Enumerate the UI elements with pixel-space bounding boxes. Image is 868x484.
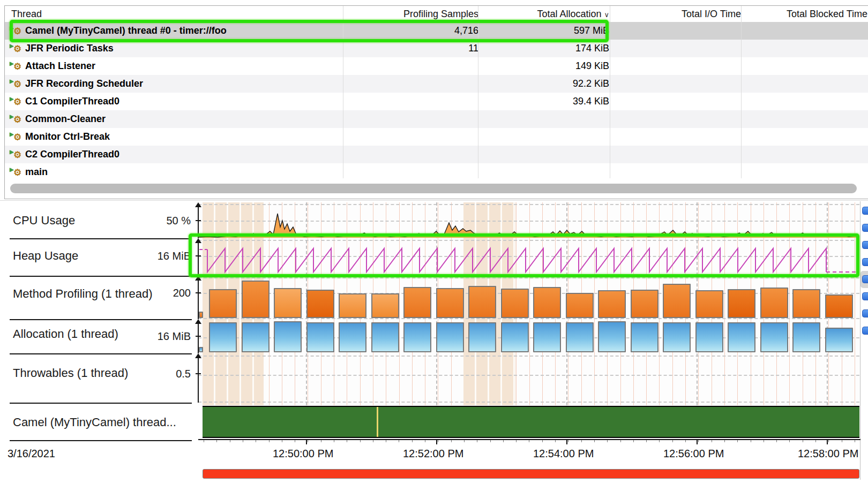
chart-bar (566, 322, 594, 352)
chart-bar (598, 290, 626, 318)
axis-tick-label: 16 MiB (126, 249, 191, 262)
time-axis (198, 439, 860, 440)
chart-bar (631, 290, 659, 318)
chart-bar (209, 322, 237, 352)
time-axis-minor-tick (724, 440, 725, 442)
toolbar-button[interactable] (862, 292, 868, 300)
chart-bar (209, 289, 237, 318)
jmc-thread-profiling-view: { "table": { "columns": [ {"label": "Thr… (0, 0, 868, 484)
chart-bar (533, 322, 561, 352)
toolbar-button[interactable] (862, 327, 868, 335)
cpu-series-outline (198, 214, 859, 237)
time-axis-minor-tick (321, 440, 321, 442)
blocked-time-cell (5, 22, 867, 40)
thread-event-marker (377, 407, 378, 437)
time-axis-minor-tick (204, 440, 204, 442)
chart-bar (760, 322, 788, 352)
time-axis-minor-tick (672, 440, 673, 442)
chart-bar (825, 294, 853, 318)
time-axis-minor-tick (464, 440, 465, 442)
time-axis-minor-tick (243, 440, 243, 442)
heap-usage-chart[interactable] (198, 238, 859, 276)
time-axis-minor-tick (828, 440, 829, 442)
toolbar-button[interactable] (862, 275, 868, 283)
time-axis-major-tick (697, 440, 698, 444)
table-row[interactable]: ⚙▶C1 CompilerThread039.4 KiB (5, 93, 868, 110)
table-row[interactable]: ⚙▶Monitor Ctrl-Break (5, 128, 868, 146)
row-label-allocation-1-thread-: Allocation (1 thread) (13, 327, 118, 342)
blocked-time-cell (5, 93, 867, 110)
toolbar-button[interactable] (862, 207, 868, 215)
chart-bar (695, 290, 723, 318)
time-axis-minor-tick (698, 440, 699, 442)
time-axis-minor-tick (594, 440, 595, 442)
time-axis-minor-tick (347, 440, 347, 442)
grid-line-horizontal (198, 402, 859, 403)
chart-bar (306, 322, 334, 352)
chart-bar (663, 322, 691, 352)
time-axis-minor-tick (607, 440, 608, 442)
chart-bar (339, 293, 366, 318)
time-axis-minor-tick (295, 440, 295, 442)
toolbar-button[interactable] (862, 309, 868, 317)
cpu-usage-chart[interactable] (198, 202, 859, 238)
time-axis-minor-tick (751, 440, 751, 442)
table-row[interactable]: ⚙▶JFR Periodic Tasks11174 KiB (5, 40, 868, 57)
toolbar-button[interactable] (862, 224, 868, 232)
row-label-method-profiling-1-thread-: Method Profiling (1 thread) (13, 286, 152, 301)
blocked-time-cell (5, 146, 867, 163)
time-axis-minor-tick (269, 440, 270, 442)
chart-bar (468, 322, 496, 352)
chart-bar-partial (199, 347, 203, 352)
thread-table: ThreadProfiling SamplesTotal Allocation∨… (4, 5, 868, 199)
time-axis-minor-tick (386, 440, 386, 442)
time-axis-minor-tick (842, 440, 842, 442)
date-label: 3/16/2021 (8, 447, 55, 460)
time-axis-minor-tick (646, 440, 647, 442)
table-row[interactable]: ⚙▶main (5, 163, 868, 178)
chart-bar (274, 288, 302, 318)
table-row[interactable]: ⚙▶Attach Listener149 KiB (5, 57, 868, 75)
axis-tick-label: 0.5 (126, 367, 191, 380)
row-separator (10, 276, 192, 277)
chart-bar (760, 288, 788, 318)
chart-bar (371, 322, 399, 352)
toolbar-button[interactable] (862, 258, 868, 266)
time-axis-minor-tick (282, 440, 282, 442)
allocation-chart[interactable] (198, 319, 859, 353)
table-horizontal-scrollbar-thumb[interactable] (10, 184, 857, 193)
time-axis-major-tick (827, 440, 828, 444)
time-tick-label: 12:54:00 PM (533, 447, 594, 460)
row-label-cpu-usage: CPU Usage (13, 213, 75, 228)
chart-bar (566, 293, 594, 318)
time-axis-minor-tick (555, 440, 556, 442)
chart-bar (501, 322, 529, 352)
row-separator (10, 238, 192, 239)
chart-bar (242, 281, 270, 318)
time-axis-minor-tick (712, 440, 712, 442)
time-axis-minor-tick (620, 440, 621, 442)
chart-bar (663, 284, 691, 318)
column-separator (478, 6, 478, 178)
time-axis-minor-tick (425, 440, 425, 442)
time-axis-minor-tick (477, 440, 477, 442)
table-row[interactable]: ⚙▶JFR Recording Scheduler92.2 KiB (5, 75, 868, 93)
row-label-camel-mytinycamel-thread-: Camel (MyTinyCamel) thread... (13, 415, 176, 430)
row-label-throwables-1-thread-: Throwables (1 thread) (13, 366, 128, 381)
thread-lifetime-span[interactable] (203, 406, 859, 438)
time-axis-minor-tick (399, 440, 399, 442)
table-row[interactable]: ⚙▶C2 CompilerThread0 (5, 146, 868, 163)
blocked-time-cell (5, 110, 867, 128)
timeline-range-slider[interactable] (203, 469, 859, 479)
time-axis-minor-tick (503, 440, 504, 442)
method-profiling-chart[interactable] (198, 276, 859, 319)
table-row[interactable]: ⚙▶Common-Cleaner (5, 110, 868, 128)
column-header-total-blocked-time[interactable]: Total Blocked Time (5, 6, 867, 22)
chart-bar (403, 322, 431, 352)
time-axis-minor-tick (308, 440, 308, 442)
table-row[interactable]: ⚙▶Camel (MyTinyCamel) thread #0 - timer:… (5, 22, 868, 40)
time-axis-major-tick (566, 440, 567, 444)
toolbar-button[interactable] (862, 241, 868, 249)
time-tick-label: 12:56:00 PM (663, 447, 724, 460)
heap-series-sawtooth (207, 248, 826, 272)
